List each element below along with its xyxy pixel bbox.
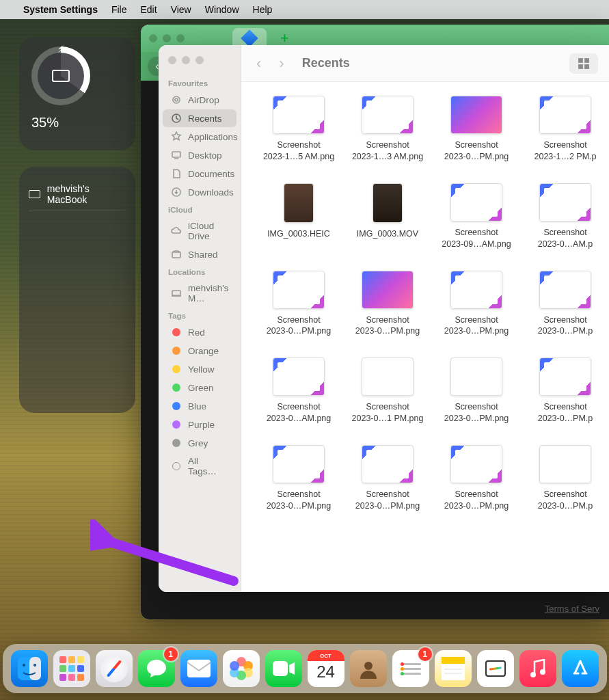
back-button[interactable]: ‹ <box>252 55 265 72</box>
sidebar-item-shared[interactable]: Shared <box>163 245 236 263</box>
zoom-icon[interactable] <box>195 56 204 64</box>
file-item[interactable]: Screenshot2023-0…1 PM.png <box>344 358 431 425</box>
finder-toolbar: ‹ › Recents <box>241 45 609 82</box>
svg-rect-12 <box>29 657 41 680</box>
desktop-icon <box>171 150 182 161</box>
tag-dot-icon <box>171 327 182 338</box>
close-icon[interactable] <box>168 56 176 64</box>
file-item[interactable]: Screenshot2023-1…3 AM.png <box>344 96 431 163</box>
file-item[interactable]: Screenshot2023-1…2 PM.p <box>522 96 609 163</box>
devices-widget[interactable]: mehvish's MacBook <box>19 167 135 413</box>
dock-finder[interactable] <box>11 650 48 687</box>
terms-link[interactable]: Terms of Serv <box>545 604 599 614</box>
file-item[interactable]: Screenshot2023-0…AM.png <box>255 358 342 425</box>
sidebar-tag-green[interactable]: Green <box>163 379 236 396</box>
file-item[interactable]: Screenshot2023-0…PM.png <box>433 358 520 425</box>
file-thumbnail <box>450 358 502 396</box>
file-item[interactable]: Screenshot2023-09…AM.png <box>433 183 520 250</box>
device-row[interactable]: mehvish's MacBook <box>29 178 126 211</box>
sidebar-tag-orange[interactable]: Orange <box>163 342 236 360</box>
dock-freeform[interactable] <box>477 650 514 687</box>
file-thumbnail <box>450 445 502 483</box>
file-item[interactable]: Screenshot2023-0…PM.p <box>522 445 609 512</box>
desktop-wallpaper: System Settings File Edit View Window He… <box>0 0 609 700</box>
menu-file[interactable]: File <box>111 4 127 15</box>
file-thumbnail <box>539 96 591 134</box>
sidebar-item-airdrop[interactable]: AirDrop <box>163 91 236 109</box>
dock-appstore[interactable] <box>562 650 599 687</box>
menu-window[interactable]: Window <box>205 4 239 15</box>
calendar-day: 24 <box>316 662 335 682</box>
file-item[interactable]: IMG_0003.HEIC <box>255 183 342 250</box>
window-controls[interactable] <box>159 53 241 75</box>
file-item[interactable]: Screenshot2023-0…PM.png <box>255 445 342 512</box>
sidebar-tag-red[interactable]: Red <box>163 323 236 341</box>
file-item[interactable]: Screenshot2023-0…PM.p <box>522 358 609 425</box>
file-item[interactable]: Screenshot2023-0…AM.p <box>522 183 609 250</box>
sidebar-item-computer[interactable]: mehvish's M… <box>163 280 236 307</box>
sidebar-item-label: Yellow <box>188 364 215 375</box>
file-item[interactable]: Screenshot2023-0…PM.png <box>433 445 520 512</box>
battery-widget[interactable]: ⚡︎ 35% <box>19 37 135 150</box>
finder-window[interactable]: Favourites AirDrop Recents Applications … <box>159 45 609 592</box>
menu-edit[interactable]: Edit <box>141 4 157 15</box>
sidebar-tag-blue[interactable]: Blue <box>163 397 236 415</box>
sidebar-item-all-tags[interactable]: All Tags… <box>163 453 236 480</box>
charging-icon: ⚡︎ <box>57 44 64 55</box>
file-item[interactable]: Screenshot2023-0…PM.png <box>433 96 520 163</box>
dock-music[interactable] <box>519 650 556 687</box>
finder-content[interactable]: Screenshot2023-1…5 AM.pngScreenshot2023-… <box>241 82 609 592</box>
dock-messages[interactable]: 1 <box>138 650 175 687</box>
file-thumbnail <box>450 183 502 221</box>
file-item[interactable]: Screenshot2023-0…PM.png <box>255 271 342 338</box>
sidebar-item-label: All Tags… <box>188 456 228 476</box>
sidebar-item-documents[interactable]: Documents <box>163 165 236 183</box>
sidebar-item-applications[interactable]: Applications <box>163 128 236 146</box>
window-controls[interactable] <box>149 34 185 42</box>
view-toggle-button[interactable] <box>569 53 598 74</box>
dock-mail[interactable] <box>180 650 217 687</box>
file-label: Screenshot2023-0…PM.png <box>347 314 429 338</box>
sidebar-tag-yellow[interactable]: Yellow <box>163 360 236 378</box>
menu-help[interactable]: Help <box>253 4 273 15</box>
sidebar-tag-grey[interactable]: Grey <box>163 434 236 452</box>
dock-reminders[interactable]: 1 <box>392 650 429 687</box>
sidebar-item-desktop[interactable]: Desktop <box>163 146 236 164</box>
file-item[interactable]: Screenshot2023-0…PM.png <box>344 445 431 512</box>
dock-calendar[interactable]: OCT24 <box>308 650 344 687</box>
finder-title: Recents <box>302 56 350 70</box>
sidebar-item-label: Applications <box>188 132 238 142</box>
dock-photos[interactable] <box>223 650 260 687</box>
sidebar-item-label: Downloads <box>188 187 234 198</box>
sidebar-item-label: Red <box>188 327 205 338</box>
minimize-icon[interactable] <box>182 56 190 64</box>
dock-contacts[interactable] <box>350 650 387 687</box>
dock-safari[interactable] <box>96 650 133 687</box>
sidebar-section-favourites: Favourites <box>159 75 241 90</box>
sidebar-item-recents[interactable]: Recents <box>163 109 236 127</box>
file-item[interactable]: Screenshot2023-0…PM.png <box>433 271 520 338</box>
file-label: Screenshot2023-1…5 AM.png <box>258 139 340 163</box>
file-item[interactable]: Screenshot2023-0…PM.png <box>344 271 431 338</box>
forward-button[interactable]: › <box>275 55 288 72</box>
sidebar-item-downloads[interactable]: Downloads <box>163 183 236 201</box>
dock-notes[interactable] <box>435 650 472 687</box>
file-label: Screenshot2023-09…AM.png <box>435 227 517 250</box>
file-item[interactable]: Screenshot2023-0…PM.p <box>522 271 609 338</box>
battery-ring: ⚡︎ <box>31 46 90 105</box>
app-menu[interactable]: System Settings <box>23 4 98 15</box>
file-item[interactable]: Screenshot2023-1…5 AM.png <box>255 96 342 163</box>
svg-rect-9 <box>578 64 583 69</box>
svg-point-1 <box>175 98 178 101</box>
dock-facetime[interactable] <box>265 650 302 687</box>
tag-dot-icon <box>171 345 182 356</box>
sidebar-item-label: Grey <box>188 438 208 448</box>
sidebar-item-icloud-drive[interactable]: iCloud Drive <box>163 217 236 245</box>
sidebar-tag-purple[interactable]: Purple <box>163 416 236 433</box>
file-thumbnail <box>273 271 325 309</box>
file-thumbnail <box>273 96 325 134</box>
device-name: mehvish's MacBook <box>47 183 126 205</box>
dock-launchpad[interactable] <box>53 650 90 687</box>
menu-view[interactable]: View <box>171 4 191 15</box>
file-item[interactable]: IMG_0003.MOV <box>344 183 431 250</box>
